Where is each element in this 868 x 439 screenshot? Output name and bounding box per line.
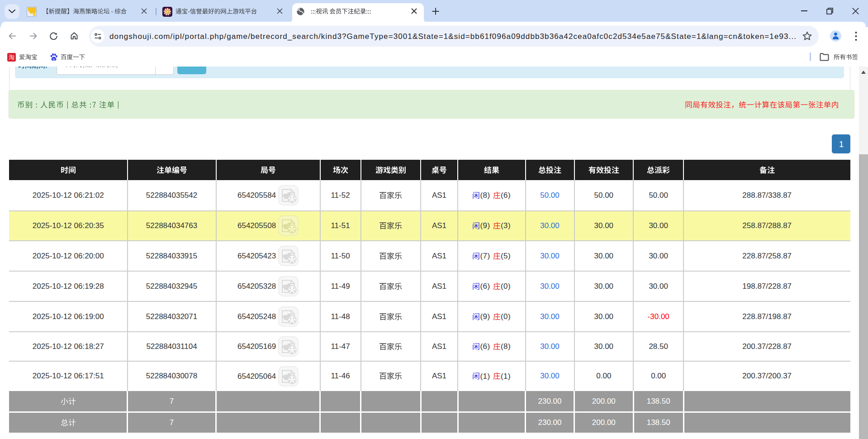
svg-text:du: du: [52, 57, 55, 60]
